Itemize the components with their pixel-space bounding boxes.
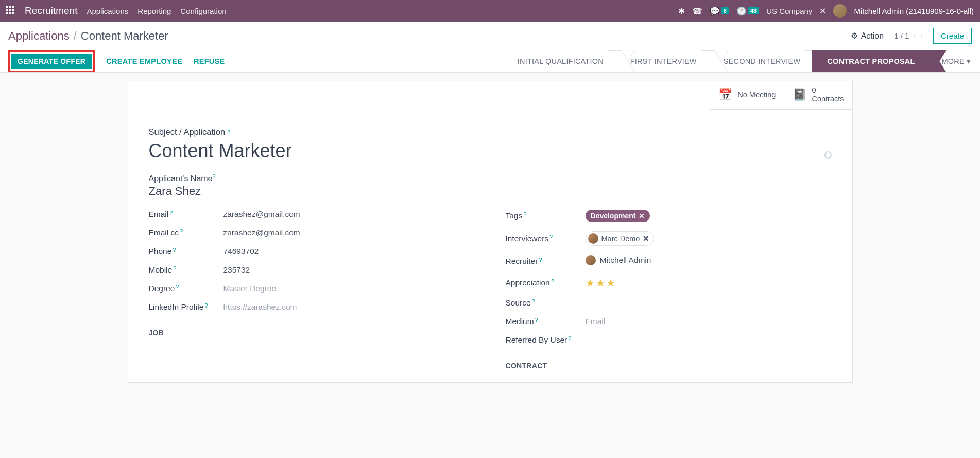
avatar-icon [588,233,598,244]
left-column: Email? zarashez@gmail.com Email cc? zara… [149,205,475,370]
star-icon[interactable]: ★ [586,277,595,289]
messages-icon[interactable]: 💬8 [710,6,729,16]
pager-text: 1 / 1 [894,31,909,40]
stat-buttons: 📅 No Meeting 📓 0 Contracts [710,81,852,110]
help-icon[interactable]: ? [213,173,216,179]
help-icon[interactable]: ? [532,298,535,304]
control-panel: Applications / Content Marketer ⚙ Action… [0,22,980,50]
emailcc-label: Email cc [149,228,179,238]
breadcrumb: Applications / Content Marketer [8,29,168,43]
tag-chip[interactable]: Development✕ [586,210,650,222]
tags-label: Tags [506,211,523,220]
linkedin-label: LinkedIn Profile [149,302,204,312]
recruiter-field[interactable]: Mitchell Admin [586,255,651,267]
interviewer-chip[interactable]: Marc Demo✕ [586,231,655,246]
kanban-state-toggle[interactable] [824,151,832,159]
support-icon[interactable]: ☎ [692,6,702,16]
form-sheet: 📅 No Meeting 📓 0 Contracts Subject / App… [128,81,853,383]
help-icon[interactable]: ? [568,335,571,342]
nav-configuration[interactable]: Configuration [180,7,226,15]
help-icon[interactable]: ? [176,284,179,290]
user-menu[interactable]: Mitchell Admin (21418909-16-0-all) [854,7,974,15]
interviewers-label: Interviewers [506,234,549,243]
activities-badge: 43 [748,7,759,14]
breadcrumb-current: Content Marketer [81,29,168,43]
avatar-icon [586,255,596,265]
help-icon[interactable]: ? [173,247,176,253]
email-label: Email [149,210,169,219]
create-button[interactable]: Create [933,28,972,44]
refuse-button[interactable]: REFUSE [194,57,225,65]
star-icon[interactable]: ★ [596,277,605,289]
referred-label: Referred By User [506,335,568,345]
remove-tag-icon[interactable]: ✕ [639,212,645,220]
apps-icon[interactable] [6,6,15,15]
star-icon[interactable]: ★ [606,277,615,289]
contract-section-title: CONTRACT [506,362,832,370]
appreciation-field[interactable]: ★★★ [586,277,615,289]
linkedin-value[interactable]: https://zarashez.com [223,302,297,312]
meetings-stat-button[interactable]: 📅 No Meeting [710,81,784,109]
help-icon[interactable]: ? [169,210,173,216]
activities-icon[interactable]: 🕐43 [736,6,759,16]
help-icon[interactable]: ? [535,317,538,323]
help-icon[interactable]: ? [180,228,183,234]
degree-value[interactable]: Master Degree [223,284,277,293]
contracts-count: 0 [812,86,844,95]
gear-icon: ⚙ [851,31,858,41]
help-icon[interactable]: ? [539,257,542,263]
mobile-value[interactable]: 235732 [223,265,250,275]
stage-initial-qualification[interactable]: INITIAL QUALIFICATION [502,50,615,72]
subject-label: Subject / Application? [149,127,832,137]
calendar-icon: 📅 [718,88,732,101]
generate-offer-button[interactable]: GENERATE OFFER [11,54,92,69]
meeting-label: No Meeting [737,91,776,99]
help-icon[interactable]: ? [173,265,176,272]
applicant-name-label: Applicant's Name? [149,173,832,183]
phone-value[interactable]: 74693702 [223,247,259,256]
header-row: GENERATE OFFER CREATE EMPLOYEE REFUSE IN… [0,50,980,73]
contracts-stat-button[interactable]: 📓 0 Contracts [784,81,852,109]
tools-icon[interactable]: ✕ [819,6,826,16]
brand-name[interactable]: Recruitment [25,5,77,16]
appreciation-label: Appreciation [506,278,550,287]
pager: 1 / 1 ‹ › [894,31,923,41]
right-column: Tags? Development✕ Interviewers? Marc De… [506,205,832,370]
top-navbar: Recruitment Applications Reporting Confi… [0,0,980,22]
help-icon[interactable]: ? [204,302,208,309]
breadcrumb-parent[interactable]: Applications [8,29,70,43]
email-value[interactable]: zarashez@gmail.com [223,210,300,219]
action-label: Action [861,31,884,41]
nav-applications[interactable]: Applications [87,7,128,15]
record-title[interactable]: Content Marketer [149,140,292,162]
company-selector[interactable]: US Company [766,7,812,15]
status-bar: INITIAL QUALIFICATION FIRST INTERVIEW SE… [502,50,980,72]
help-icon[interactable]: ? [549,234,553,240]
phone-label: Phone [149,247,172,256]
emailcc-value[interactable]: zarashez@gmail.com [223,228,300,238]
stage-contract-proposal[interactable]: CONTRACT PROPOSAL [812,50,926,72]
medium-value[interactable]: Email [586,317,606,326]
recruiter-label: Recruiter [506,257,538,266]
breadcrumb-separator: / [74,29,77,43]
interviewers-field[interactable]: Marc Demo✕ [586,231,655,246]
action-dropdown[interactable]: ⚙ Action [851,31,884,41]
help-icon[interactable]: ? [227,129,230,135]
highlight-generate-offer: GENERATE OFFER [8,50,95,72]
remove-chip-icon[interactable]: ✕ [643,234,649,243]
mobile-label: Mobile [149,265,173,275]
create-employee-button[interactable]: CREATE EMPLOYEE [106,57,182,65]
tags-field[interactable]: Development✕ [586,210,650,222]
job-section-title: JOB [149,329,475,337]
bug-icon[interactable]: ✱ [678,6,685,16]
help-icon[interactable]: ? [523,211,526,217]
messages-badge: 8 [721,7,729,14]
pager-next[interactable]: › [920,31,923,41]
degree-label: Degree [149,284,175,293]
user-avatar[interactable] [833,4,847,18]
nav-reporting[interactable]: Reporting [137,7,171,15]
help-icon[interactable]: ? [551,278,554,284]
pager-prev[interactable]: ‹ [913,31,916,41]
medium-label: Medium [506,317,534,326]
applicant-name-value[interactable]: Zara Shez [149,184,832,198]
